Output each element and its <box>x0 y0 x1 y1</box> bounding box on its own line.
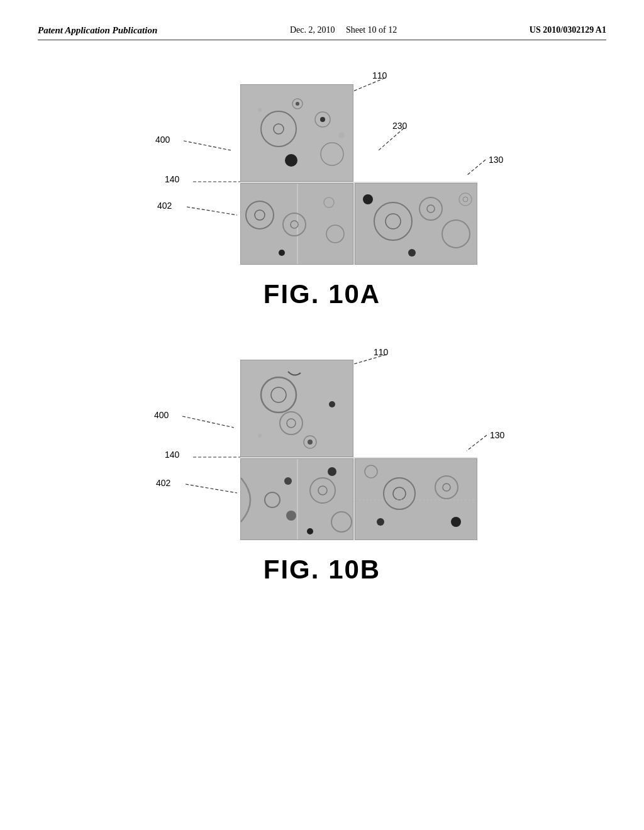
svg-point-14 <box>285 154 297 167</box>
svg-point-16 <box>258 108 262 112</box>
figure-10b-section: 110 130 140 400 402 <box>38 335 606 585</box>
svg-rect-27 <box>355 184 477 265</box>
svg-point-9 <box>296 102 299 106</box>
svg-line-39 <box>467 435 487 451</box>
panel-top-left-10b <box>240 360 353 457</box>
svg-point-51 <box>258 434 262 438</box>
divider-v-10b <box>353 458 355 540</box>
label-130-a: 130 <box>489 155 503 165</box>
divider-h-10b <box>240 457 477 458</box>
panel-bottom-left-10b <box>240 458 353 540</box>
label-110-b: 110 <box>374 347 388 357</box>
page-header: Patent Application Publication Dec. 2, 2… <box>38 25 606 40</box>
publication-date: Dec. 2, 2010 <box>290 25 335 35</box>
figure-10a-section: 110 230 130 140 400 402 <box>38 59 606 309</box>
figure-10b-label: FIG. 10B <box>38 555 606 585</box>
panel-right-b-svg <box>355 459 477 540</box>
label-130-b: 130 <box>490 430 504 440</box>
svg-point-28 <box>363 194 373 204</box>
svg-point-61 <box>328 467 336 476</box>
svg-line-5 <box>184 141 231 150</box>
label-402-a: 402 <box>157 201 172 211</box>
panel-top-left-b-svg <box>241 360 353 457</box>
publication-date-sheet: Dec. 2, 2010 Sheet 10 of 12 <box>290 25 397 35</box>
divider-v-10a <box>353 183 355 265</box>
panel-bottom-left-10a <box>240 183 353 265</box>
svg-point-56 <box>286 511 296 521</box>
sheet-info: Sheet 10 of 12 <box>346 25 397 35</box>
label-140-a: 140 <box>165 174 179 184</box>
panel-top-left-10a <box>240 84 353 182</box>
svg-point-55 <box>284 477 292 485</box>
svg-point-13 <box>320 117 325 122</box>
label-400-a: 400 <box>155 135 170 145</box>
panel-right-svg <box>355 184 477 265</box>
panel-bottom-left-b-svg <box>241 459 353 540</box>
svg-point-69 <box>377 518 384 526</box>
patent-number: US 2010/0302129 A1 <box>530 25 606 35</box>
label-140-b: 140 <box>165 450 179 460</box>
publication-title: Patent Application Publication <box>38 25 157 36</box>
svg-line-2 <box>379 128 404 150</box>
svg-rect-62 <box>355 459 477 540</box>
svg-point-68 <box>451 517 461 527</box>
label-400-b: 400 <box>154 410 169 420</box>
svg-point-50 <box>329 401 335 407</box>
panel-right-10b <box>355 458 477 540</box>
page: Patent Application Publication Dec. 2, 2… <box>0 0 644 830</box>
figure-10a-container: 110 230 130 140 400 402 <box>38 59 606 273</box>
divider-h-10a <box>240 182 477 183</box>
svg-line-41 <box>182 416 234 428</box>
figure-10a-label: FIG. 10A <box>38 279 606 309</box>
svg-point-24 <box>279 250 285 256</box>
svg-point-60 <box>307 528 313 534</box>
svg-point-49 <box>308 440 313 445</box>
panel-right-10a <box>355 183 477 265</box>
svg-line-6 <box>187 207 237 215</box>
panel-top-left-svg <box>241 85 353 182</box>
label-110-a: 110 <box>372 70 387 80</box>
panel-bottom-left-svg <box>241 184 353 265</box>
svg-line-3 <box>467 160 486 175</box>
figure-10b-container: 110 130 140 400 402 <box>38 335 606 548</box>
svg-rect-7 <box>241 85 353 182</box>
svg-point-17 <box>338 132 345 138</box>
svg-point-34 <box>408 249 416 257</box>
label-230-a: 230 <box>392 121 407 131</box>
label-402-b: 402 <box>156 478 170 488</box>
svg-line-42 <box>186 484 237 493</box>
